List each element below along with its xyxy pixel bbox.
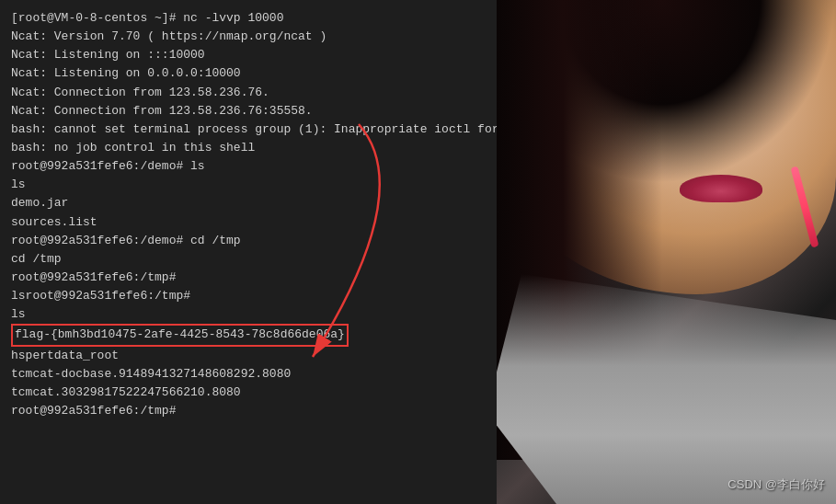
flag-value: flag-{bmh3bd10475-2afe-4425-8543-78c8d66… <box>11 324 349 346</box>
terminal-output: Ncat: Connection from 123.58.236.76. <box>11 84 486 102</box>
terminal-output: Ncat: Listening on :::10000 <box>11 46 486 64</box>
terminal-prompt: root@992a531fefe6:/tmp# <box>11 269 486 287</box>
terminal-prompt: lsroot@992a531fefe6:/tmp# <box>11 287 486 305</box>
girl-image <box>497 0 836 504</box>
flag-line: flag-{bmh3bd10475-2afe-4425-8543-78c8d66… <box>11 324 486 346</box>
terminal-prompt: root@992a531fefe6:/tmp# <box>11 402 486 420</box>
terminal-output: demo.jar <box>11 194 486 212</box>
terminal-output: sources.list <box>11 213 486 232</box>
main-container: [root@VM-0-8-centos ~]# nc -lvvp 10000Nc… <box>0 0 836 504</box>
terminal-output: ls <box>11 305 486 324</box>
terminal-panel: [root@VM-0-8-centos ~]# nc -lvvp 10000Nc… <box>0 0 497 504</box>
terminal-output: hspertdata_root <box>11 347 486 365</box>
terminal-output: bash: no job control in this shell <box>11 139 486 157</box>
terminal-output: ls <box>11 176 486 194</box>
terminal-output: tcmcat.30329817522247566210.8080 <box>11 384 486 402</box>
terminal-prompt: root@992a531fefe6:/demo# ls <box>11 157 486 176</box>
terminal-output: Ncat: Version 7.70 ( https://nmap.org/nc… <box>11 28 486 46</box>
terminal-output: tcmcat-docbase.9148941327148608292.8080 <box>11 365 486 384</box>
terminal-prompt: root@992a531fefe6:/demo# cd /tmp <box>11 232 486 250</box>
terminal-output: Ncat: Connection from 123.58.236.76:3555… <box>11 102 486 120</box>
terminal-output: bash: cannot set terminal process group … <box>11 120 486 139</box>
terminal-output: cd /tmp <box>11 250 486 269</box>
terminal-output: Ncat: Listening on 0.0.0.0:10000 <box>11 64 486 83</box>
image-panel: CSDN @李白你好 <box>497 0 836 504</box>
terminal-prompt: [root@VM-0-8-centos ~]# nc -lvvp 10000 <box>11 9 486 28</box>
watermark-label: CSDN @李白你好 <box>727 476 825 493</box>
